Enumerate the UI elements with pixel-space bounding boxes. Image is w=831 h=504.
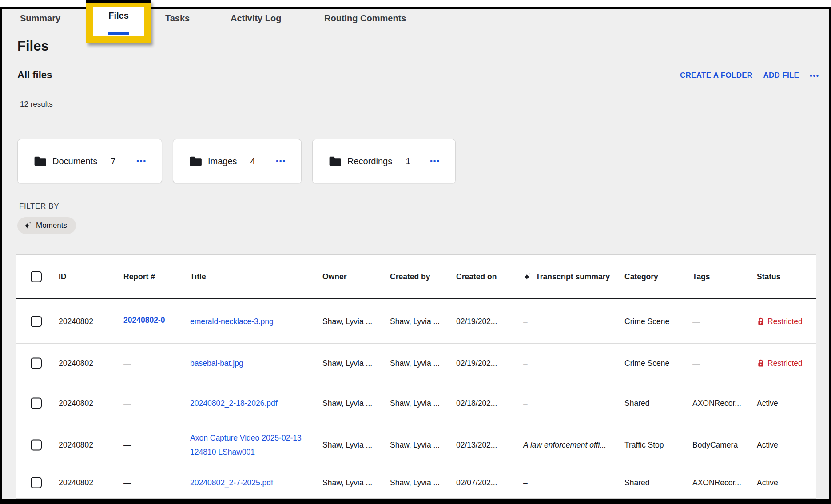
cell-owner: Shaw, Lyvia ... <box>322 478 372 487</box>
cell-report: — <box>123 478 131 487</box>
cell-created-on: 02/18/202... <box>456 398 497 408</box>
table-row: 20240802 20240802-0 emerald-necklace-3.p… <box>16 299 816 344</box>
column-header-title[interactable]: Title <box>190 272 206 282</box>
cell-created-by: Shaw, Lyvia ... <box>390 398 440 408</box>
row-checkbox[interactable] <box>31 358 42 369</box>
cell-report: — <box>123 398 131 408</box>
cell-transcript-summary: – <box>523 359 528 368</box>
row-checkbox[interactable] <box>31 316 42 327</box>
cell-tags: — <box>692 359 700 368</box>
folder-more-button[interactable]: ••• <box>276 157 286 165</box>
folder-name: Images <box>208 156 237 167</box>
cell-id: 20240802 <box>59 441 93 450</box>
column-header-status[interactable]: Status <box>757 272 780 282</box>
cell-id: 20240802 <box>59 317 93 326</box>
moments-filter-chip[interactable]: Moments <box>17 217 76 234</box>
cell-created-on: 02/13/202... <box>456 441 497 450</box>
tab-summary[interactable]: Summary <box>20 13 60 24</box>
filter-by-label: FILTER BY <box>19 202 59 211</box>
table-row: 20240802 — 20240802_2-7-2025.pdf Shaw, L… <box>16 467 816 498</box>
folder-name: Recordings <box>347 156 392 167</box>
report-number-link[interactable]: 20240802-0 <box>123 316 165 325</box>
tab-files[interactable]: Files <box>93 11 144 21</box>
cell-transcript-summary: – <box>523 317 528 326</box>
folder-count: 7 <box>111 156 115 167</box>
folder-more-button[interactable]: ••• <box>430 157 440 165</box>
column-header-owner[interactable]: Owner <box>322 272 346 282</box>
sparkle-icon <box>523 272 532 281</box>
cell-owner: Shaw, Lyvia ... <box>322 359 372 368</box>
column-header-id[interactable]: ID <box>59 272 67 282</box>
tab-activity-log[interactable]: Activity Log <box>231 13 281 24</box>
folder-card-documents[interactable]: Documents 7 ••• <box>17 139 162 183</box>
cell-created-by: Shaw, Lyvia ... <box>390 317 440 326</box>
folder-icon <box>189 155 203 167</box>
cell-tags: BodyCamera <box>692 441 738 450</box>
more-actions-button[interactable]: ••• <box>810 72 819 79</box>
cell-category: Crime Scene <box>624 359 669 368</box>
sparkle-icon <box>24 222 32 230</box>
table-row: 20240802 — Axon Capture Video 2025-02-13… <box>16 423 816 467</box>
files-page: Summary Tasks Activity Log Routing Comme… <box>0 0 831 504</box>
tab-routing-comments[interactable]: Routing Comments <box>324 13 406 24</box>
status-badge-restricted: Restricted <box>757 359 803 368</box>
file-title-link[interactable]: Axon Capture Video 2025-02-13 124810 LSh… <box>190 433 302 456</box>
select-all-checkbox[interactable] <box>31 271 42 282</box>
cell-id: 20240802 <box>59 359 93 368</box>
cell-category: Shared <box>624 398 649 408</box>
cell-tags: AXONRecor... <box>692 478 741 487</box>
files-table: ID Report # Title Owner Created by Creat… <box>16 254 816 499</box>
file-title-link[interactable]: basebal-bat.jpg <box>190 359 243 368</box>
cell-created-on: 02/19/202... <box>456 317 497 326</box>
column-header-category[interactable]: Category <box>624 272 658 282</box>
column-header-created-on[interactable]: Created on <box>456 272 497 282</box>
column-header-tags[interactable]: Tags <box>692 272 710 282</box>
lock-icon <box>757 317 765 325</box>
cell-transcript-summary: – <box>523 478 528 487</box>
cell-category: Traffic Stop <box>624 441 664 450</box>
column-header-transcript-summary[interactable]: Transcript summary <box>523 272 610 282</box>
table-row: 20240802 — 20240802_2-18-2026.pdf Shaw, … <box>16 383 816 423</box>
results-count: 12 results <box>20 100 53 109</box>
cell-created-on: 02/19/202... <box>456 359 497 368</box>
column-header-created-by[interactable]: Created by <box>390 272 430 282</box>
cell-transcript-summary: A law enforcement offi... <box>523 441 606 450</box>
lock-icon <box>757 359 765 368</box>
cell-owner: Shaw, Lyvia ... <box>322 398 372 408</box>
cell-category: Shared <box>624 478 649 487</box>
cell-tags: — <box>692 317 700 326</box>
cell-transcript-summary: – <box>523 398 528 408</box>
file-title-link[interactable]: 20240802_2-18-2026.pdf <box>190 398 278 407</box>
cell-owner: Shaw, Lyvia ... <box>322 317 372 326</box>
file-title-link[interactable]: emerald-necklace-3.png <box>190 317 274 325</box>
file-title-link[interactable]: 20240802_2-7-2025.pdf <box>190 478 273 487</box>
tab-tasks[interactable]: Tasks <box>165 13 190 24</box>
folder-card-recordings[interactable]: Recordings 1 ••• <box>312 139 456 183</box>
folder-count: 4 <box>250 156 255 167</box>
status-active: Active <box>757 398 778 408</box>
status-badge-restricted: Restricted <box>757 317 803 326</box>
cell-report: — <box>123 359 131 368</box>
files-tab-highlight-annotation: Files <box>86 0 151 43</box>
cell-created-on: 02/07/202... <box>456 478 497 487</box>
column-header-report[interactable]: Report # <box>123 272 155 282</box>
all-files-heading: All files <box>17 69 52 81</box>
folder-card-images[interactable]: Images 4 ••• <box>173 139 302 183</box>
moments-chip-label: Moments <box>36 221 67 230</box>
folder-name: Documents <box>52 156 97 167</box>
add-file-button[interactable]: ADD FILE <box>763 71 799 80</box>
cell-created-by: Shaw, Lyvia ... <box>390 441 440 450</box>
status-active: Active <box>757 441 778 450</box>
table-header-row: ID Report # Title Owner Created by Creat… <box>16 255 816 299</box>
cell-owner: Shaw, Lyvia ... <box>322 441 372 450</box>
row-checkbox[interactable] <box>31 477 42 488</box>
cell-created-by: Shaw, Lyvia ... <box>390 359 440 368</box>
create-a-folder-button[interactable]: CREATE A FOLDER <box>680 71 752 80</box>
cell-created-by: Shaw, Lyvia ... <box>390 478 440 487</box>
row-checkbox[interactable] <box>31 397 42 409</box>
folder-icon <box>34 155 47 167</box>
cell-tags: AXONRecor... <box>692 398 741 408</box>
row-checkbox[interactable] <box>31 440 42 451</box>
cell-id: 20240802 <box>59 478 93 487</box>
folder-more-button[interactable]: ••• <box>136 157 147 165</box>
